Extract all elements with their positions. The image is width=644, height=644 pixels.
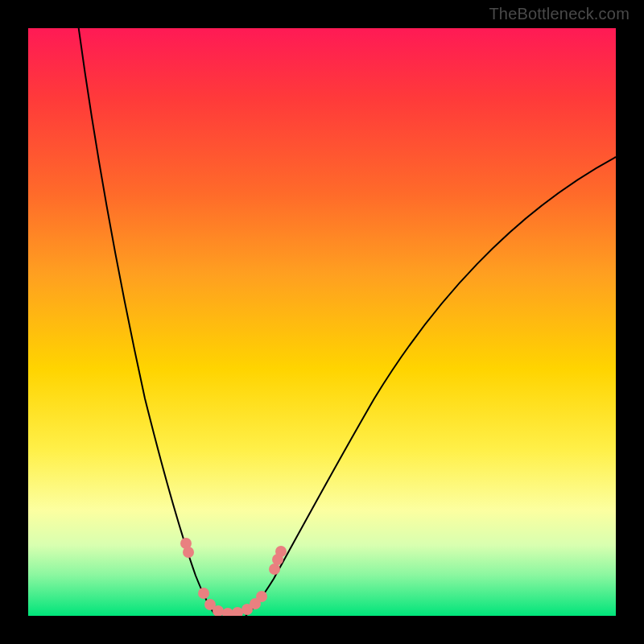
left-curve <box>76 28 221 616</box>
marker-dot <box>275 546 287 557</box>
right-curve <box>246 157 616 616</box>
chart-frame: TheBottleneck.com <box>0 0 644 644</box>
curves-svg <box>28 28 616 616</box>
marker-dot <box>269 564 280 575</box>
plot-area <box>28 28 616 616</box>
marker-dot <box>222 608 233 616</box>
marker-dot <box>198 588 209 599</box>
watermark-text: TheBottleneck.com <box>489 5 630 23</box>
marker-dot <box>232 607 243 616</box>
marker-dot <box>183 547 194 558</box>
marker-dot <box>256 591 267 602</box>
